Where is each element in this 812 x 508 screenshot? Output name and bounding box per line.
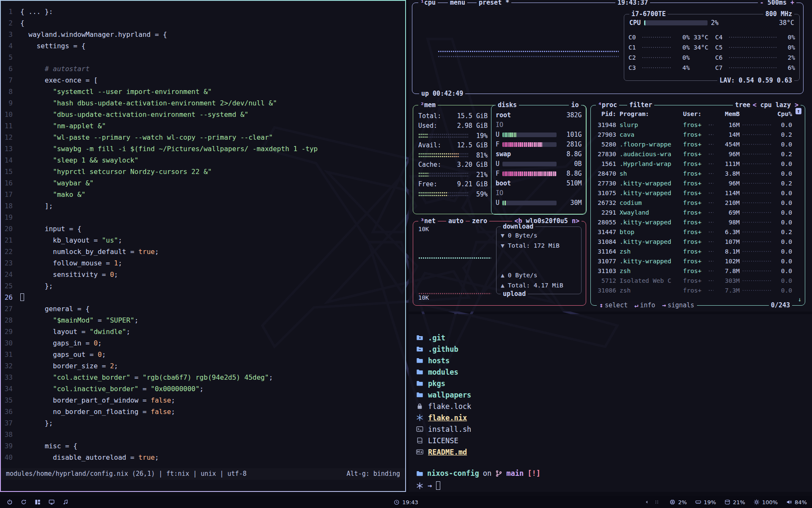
power-icon[interactable] (7, 499, 13, 505)
file-row: LICENSE (416, 435, 471, 446)
btop-tab-mem[interactable]: ²mem (418, 101, 438, 109)
tray-arrow-icon[interactable] (644, 500, 649, 505)
disk-meter-value: 101G (560, 131, 582, 138)
code-line: 31 gaps_out = 0; (1, 349, 405, 360)
memory-module[interactable]: 19% (695, 499, 716, 505)
net-scale-bottom: 10K (418, 294, 429, 301)
scroll-down-icon[interactable]: ↓ (798, 296, 801, 303)
process-pid: 31447 (596, 229, 620, 235)
btop-tab-net[interactable]: ³net (418, 217, 438, 225)
code-token: "col.inactive_border" (53, 385, 138, 393)
proc-header-memb[interactable]: MemB (716, 110, 740, 117)
net-zero-toggle[interactable]: zero (470, 217, 489, 225)
code-text: "sleep 1 && swaylock" (20, 155, 138, 166)
proc-selection-count: 0/243 (769, 301, 792, 309)
iface-next-button[interactable]: n> (568, 217, 579, 225)
music-icon[interactable] (63, 499, 69, 505)
btop-menu-button[interactable]: menu (448, 0, 467, 7)
process-row[interactable]: 27830.audacious-wrafros+96M0.2 (592, 149, 804, 159)
code-line: 16 "waybar &" (1, 177, 405, 189)
markdown-icon (416, 448, 423, 456)
btop-pane[interactable]: ¹cpu menu preset * 19:43:37 - 500ms + i7… (409, 0, 812, 312)
key-hint-icon: ↕ (599, 301, 603, 309)
leader-dots (708, 229, 713, 235)
proc-header-cpu[interactable]: Cpu% (774, 110, 792, 117)
statusline-file-info: modules/home/hyprland/config.nix (26,1) … (6, 468, 247, 480)
process-row[interactable]: 31084.kitty-wrappedfros+107M0.0 (592, 237, 804, 246)
interval-minus-button[interactable]: - (760, 0, 764, 6)
process-row[interactable]: 5280.floorp-wrappefros+454M0.0 (592, 139, 804, 149)
disk-module[interactable]: 21% (724, 499, 745, 505)
process-name: Isolated Web C (620, 277, 683, 284)
btop-tab-proc[interactable]: ⁴proc (596, 101, 619, 109)
code-text: "col.active_border" = "rgb(cba6f7) rgb(9… (20, 372, 273, 383)
proc-sort-control[interactable]: < cpu lazy > (751, 101, 801, 109)
process-row[interactable]: 26732codiumfros+210M0.0 (592, 198, 804, 207)
process-row[interactable]: 31447btopfros+6.3M0.2 (592, 227, 804, 237)
editor-pane[interactable]: 1{ ... }:2{3 wayland.windowManager.hyprl… (0, 0, 406, 492)
reload-icon[interactable] (21, 499, 27, 505)
cpu-module[interactable]: 2% (669, 499, 687, 505)
process-row[interactable]: 31948slurpfros+16M0.0 (592, 120, 804, 130)
proc-header-user[interactable]: User: (683, 110, 706, 117)
scroll-up-icon[interactable]: ↑ (796, 108, 801, 114)
code-token: true (138, 453, 155, 461)
mem-stat-row: Avail:12.5 GiB (418, 141, 488, 150)
process-row[interactable]: 2291Xwaylandfros+69M0.0 (592, 207, 804, 217)
process-row[interactable]: 27730.kitty-wrappedfros+96M0.2 (592, 178, 804, 188)
clock-module[interactable]: 19:43 (394, 499, 418, 505)
terminal-pane[interactable]: .git.githubhostsmodulespkgswallpapersfla… (409, 314, 812, 492)
process-row[interactable]: 31103zshfros+7.8M0.0 (592, 266, 804, 276)
disk-meter-row: F281G (496, 140, 582, 149)
proc-tree-toggle[interactable]: tree (733, 101, 752, 109)
process-row[interactable]: 27903cavafros+14M0.2 (592, 130, 804, 139)
process-row[interactable]: 28055.kitty-wrappedfros+98M0.0 (592, 217, 804, 227)
proc-header-pid[interactable]: Pid: (596, 110, 620, 117)
process-cpu-graph (742, 277, 772, 284)
process-pid: 1561 (596, 160, 620, 167)
proc-header-program[interactable]: Program: (620, 110, 683, 117)
disk-size: 8.8G (566, 149, 582, 159)
line-number: 31 (1, 349, 20, 360)
line-number: 13 (1, 143, 20, 155)
volume-module[interactable]: 84% (786, 499, 807, 505)
process-user: fros+ (683, 277, 706, 284)
process-cpu: 0.0 (774, 277, 792, 284)
proc-filter-button[interactable]: filter (627, 101, 654, 109)
interval-plus-button[interactable]: + (790, 0, 794, 6)
process-row[interactable]: 31086zshfros+7.3M0.0 (592, 285, 804, 295)
btop-preset-button[interactable]: preset * (477, 0, 511, 7)
signals-button[interactable]: →signals (662, 301, 694, 309)
process-row[interactable]: 31077.kitty-wrappedfros+102M0.0 (592, 256, 804, 266)
process-mem: 98M (716, 219, 740, 226)
process-row[interactable]: 31075.kitty-wrappedfros+114M0.0 (592, 188, 804, 198)
file-name: hosts (428, 356, 450, 365)
file-row: .github (416, 343, 471, 355)
process-name: cava (620, 131, 683, 138)
upload-total-row: ▲Total: 4.17 MiB (497, 280, 581, 290)
disks-io-toggle[interactable]: io (569, 101, 581, 109)
btop-interval-control[interactable]: - 500ms + (758, 0, 796, 7)
select-button[interactable]: ↕select (599, 301, 628, 309)
process-row[interactable]: 5712Isolated Web Cfros+303M0.0 (592, 276, 804, 285)
info-button[interactable]: ↵info (634, 301, 655, 309)
process-row[interactable]: 28470shfros+3.8M0.0 (592, 168, 804, 178)
net-auto-toggle[interactable]: auto (446, 217, 466, 225)
code-token: no_border_on_floating = (53, 408, 151, 416)
brightness-module[interactable]: 100% (754, 499, 778, 505)
process-row[interactable]: 1561.Hyprland-wrapfros+111M0.0 (592, 159, 804, 168)
shell-input-line[interactable]: → (416, 481, 440, 490)
tray-dots-icon[interactable] (654, 500, 659, 505)
code-area[interactable]: 1{ ... }:2{3 wayland.windowManager.hyprl… (1, 6, 405, 463)
code-token: numlock_by_default = (53, 248, 138, 256)
layout-icon[interactable] (35, 499, 41, 505)
display-icon[interactable] (49, 499, 55, 505)
code-line: 20 input = { (1, 223, 405, 235)
process-row[interactable]: 31164zshfros+8.1M0.0 (592, 246, 804, 256)
sort-prev-button[interactable]: < (753, 101, 757, 109)
code-line: 11 "nm-applet &" (1, 120, 405, 132)
btop-tab-cpu[interactable]: ¹cpu (418, 0, 438, 7)
code-text: input = { (20, 223, 82, 235)
disks-title[interactable]: disks (496, 101, 519, 109)
process-user: fros+ (683, 287, 706, 294)
